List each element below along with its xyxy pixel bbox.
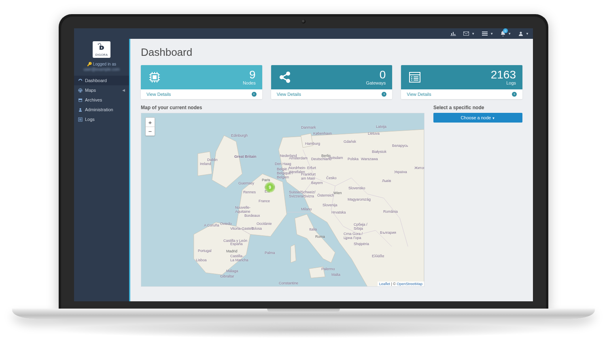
nav-label: Maps (85, 88, 96, 93)
nav-label: Administration (85, 107, 113, 112)
marker-count: 9 (269, 185, 271, 190)
caret-down-icon: ▼ (490, 32, 493, 36)
nav-maps[interactable]: Maps ◀ (74, 85, 129, 95)
attribution-src[interactable]: OpenStreetMap (397, 282, 422, 286)
svg-rect-2 (454, 34, 455, 35)
nav-logs[interactable]: Logs (74, 114, 129, 124)
card-gateways-label: Gateways (366, 80, 386, 85)
svg-point-8 (98, 44, 99, 45)
plus-icon[interactable]: + (252, 92, 257, 97)
content: Dashboard 9 Nodes (130, 39, 533, 301)
svg-point-10 (100, 44, 102, 46)
plus-icon[interactable]: + (512, 92, 517, 97)
globe-icon (78, 88, 83, 93)
map-zoom-control: + − (145, 117, 155, 136)
svg-rect-0 (451, 33, 452, 35)
notifications-menu[interactable]: 0 ▼ (501, 31, 511, 36)
nav-administration[interactable]: Administration (74, 105, 129, 114)
map-attribution: Leaflet | © OpenStreetMap (378, 281, 424, 286)
logged-in-block: 🔑 Logged in as user@example.com (74, 61, 129, 72)
card-logs-label: Logs (491, 80, 516, 85)
choose-node-button[interactable]: Choose a node (433, 113, 522, 123)
log-icon (407, 70, 422, 85)
brand-name: DIGORA (96, 53, 108, 56)
svg-rect-17 (153, 76, 156, 79)
nav-label: Dashboard (85, 78, 107, 83)
svg-rect-6 (482, 35, 488, 36)
nav: Dashboard Maps ◀ Archives (74, 76, 129, 124)
card-logs: 2163 Logs View Details + (401, 65, 522, 99)
map-title: Map of your current nodes (141, 105, 424, 110)
page-title: Dashboard (141, 46, 522, 59)
list-icon (78, 117, 83, 122)
attribution-lib[interactable]: Leaflet (379, 282, 390, 286)
nav-archives[interactable]: Archives (74, 95, 129, 105)
select-node-title: Select a specific node (433, 105, 522, 110)
notifications-badge: 0 (503, 28, 508, 33)
list-menu[interactable]: ▼ (482, 32, 493, 36)
svg-point-14 (79, 108, 81, 110)
nav-label: Archives (85, 97, 102, 102)
card-logs-details-link[interactable]: View Details (407, 92, 431, 97)
caret-down-icon: ▼ (508, 32, 511, 36)
sidebar: DIGORA 🔑 Logged in as user@example.com D… (74, 39, 129, 301)
plus-icon[interactable]: + (382, 92, 386, 97)
topbar: ▼ ▼ 0 ▼ ▼ (74, 28, 533, 39)
nav-dashboard[interactable]: Dashboard (74, 76, 129, 85)
caret-down-icon: ▼ (526, 32, 529, 36)
card-nodes-value: 9 (243, 69, 256, 80)
chevron-left-icon: ◀ (122, 88, 125, 92)
card-logs-value: 2163 (491, 69, 516, 80)
share-icon (278, 70, 292, 85)
card-nodes-details-link[interactable]: View Details (146, 92, 171, 97)
archive-icon (78, 98, 83, 102)
logged-in-label: Logged in as (93, 62, 116, 66)
gauge-icon (78, 78, 83, 83)
svg-point-7 (520, 32, 522, 34)
map-canvas (141, 113, 424, 287)
svg-rect-13 (79, 99, 82, 102)
zoom-out-button[interactable]: − (146, 127, 155, 135)
mail-menu[interactable]: ▼ (463, 32, 475, 36)
svg-rect-3 (464, 32, 469, 36)
map[interactable]: Great Britain Ireland Dublin Edinburgh F… (141, 113, 424, 287)
map-cluster-marker[interactable]: 9 (265, 182, 275, 193)
card-nodes-label: Nodes (243, 80, 256, 85)
svg-rect-5 (482, 33, 488, 34)
svg-rect-1 (453, 32, 454, 35)
zoom-in-button[interactable]: + (146, 118, 155, 127)
svg-rect-4 (482, 32, 488, 32)
nav-label: Logs (85, 117, 95, 122)
card-gateways-value: 0 (366, 69, 386, 80)
stats-icon[interactable] (450, 31, 456, 36)
caret-down-icon: ▼ (471, 32, 475, 36)
card-nodes: 9 Nodes View Details + (141, 65, 262, 99)
logged-in-email: user@example.com (76, 67, 127, 72)
user-menu[interactable]: ▼ (518, 31, 529, 36)
brand-logo: DIGORA (74, 39, 129, 61)
card-gateways-details-link[interactable]: View Details (277, 92, 301, 97)
user-icon (78, 108, 83, 112)
chip-icon (147, 70, 162, 85)
svg-point-9 (100, 43, 101, 44)
card-gateways: 0 Gateways View Details + (271, 65, 393, 99)
